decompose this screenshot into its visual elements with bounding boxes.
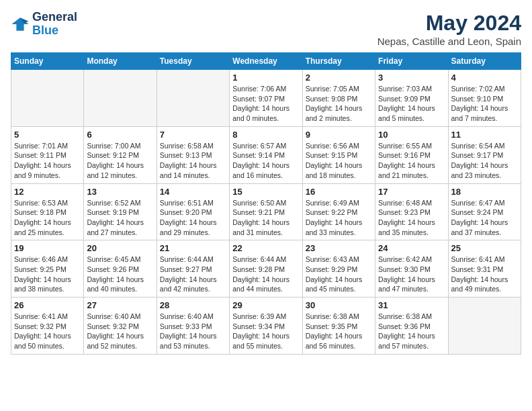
day-number: 1 <box>232 73 299 83</box>
header-sunday: Sunday <box>11 53 84 70</box>
calendar-cell: 13Sunrise: 6:52 AMSunset: 9:19 PMDayligh… <box>84 183 157 240</box>
day-info: Sunrise: 6:57 AMSunset: 9:14 PMDaylight:… <box>232 141 299 181</box>
calendar-cell: 20Sunrise: 6:45 AMSunset: 9:26 PMDayligh… <box>84 240 157 298</box>
day-info: Sunrise: 6:44 AMSunset: 9:28 PMDaylight:… <box>232 255 299 294</box>
calendar-cell: 8Sunrise: 6:57 AMSunset: 9:14 PMDaylight… <box>230 126 302 183</box>
calendar-cell: 19Sunrise: 6:46 AMSunset: 9:25 PMDayligh… <box>11 240 84 298</box>
day-info: Sunrise: 6:40 AMSunset: 9:32 PMDaylight:… <box>87 312 153 351</box>
day-info: Sunrise: 7:01 AMSunset: 9:11 PMDaylight:… <box>14 141 81 181</box>
calendar-cell: 27Sunrise: 6:40 AMSunset: 9:32 PMDayligh… <box>84 298 157 355</box>
day-info: Sunrise: 6:52 AMSunset: 9:19 PMDaylight:… <box>87 198 153 238</box>
day-number: 8 <box>232 130 299 140</box>
calendar-week-1: 1Sunrise: 7:06 AMSunset: 9:07 PMDaylight… <box>11 70 521 127</box>
logo-icon <box>11 15 30 34</box>
day-info: Sunrise: 6:38 AMSunset: 9:36 PMDaylight:… <box>378 312 445 351</box>
day-number: 12 <box>14 187 81 197</box>
day-number: 20 <box>87 243 153 253</box>
day-number: 18 <box>451 187 518 197</box>
day-number: 17 <box>378 187 445 197</box>
day-number: 28 <box>160 300 226 310</box>
day-info: Sunrise: 6:45 AMSunset: 9:26 PMDaylight:… <box>87 255 153 294</box>
day-number: 4 <box>451 73 518 83</box>
calendar-cell: 15Sunrise: 6:50 AMSunset: 9:21 PMDayligh… <box>230 183 302 240</box>
header-friday: Friday <box>375 53 448 70</box>
day-number: 25 <box>451 243 518 253</box>
title-block: May 2024 Nepas, Castille and Leon, Spain <box>378 11 521 47</box>
day-info: Sunrise: 6:49 AMSunset: 9:22 PMDaylight:… <box>306 198 372 238</box>
day-number: 21 <box>160 243 226 253</box>
logo: General Blue <box>11 11 77 38</box>
calendar-week-5: 26Sunrise: 6:41 AMSunset: 9:32 PMDayligh… <box>11 298 521 355</box>
day-info: Sunrise: 7:06 AMSunset: 9:07 PMDaylight:… <box>232 84 299 124</box>
day-number: 22 <box>232 243 299 253</box>
day-info: Sunrise: 6:56 AMSunset: 9:15 PMDaylight:… <box>306 141 372 181</box>
day-info: Sunrise: 6:50 AMSunset: 9:21 PMDaylight:… <box>232 198 299 238</box>
header-saturday: Saturday <box>448 53 521 70</box>
day-number: 13 <box>87 187 153 197</box>
calendar-cell: 6Sunrise: 7:00 AMSunset: 9:12 PMDaylight… <box>84 126 157 183</box>
day-info: Sunrise: 7:03 AMSunset: 9:09 PMDaylight:… <box>378 84 445 124</box>
calendar-cell: 21Sunrise: 6:44 AMSunset: 9:27 PMDayligh… <box>157 240 229 298</box>
day-number: 26 <box>14 300 81 310</box>
calendar-subtitle: Nepas, Castille and Leon, Spain <box>378 36 521 47</box>
day-info: Sunrise: 6:54 AMSunset: 9:17 PMDaylight:… <box>451 141 518 181</box>
calendar-cell: 24Sunrise: 6:42 AMSunset: 9:30 PMDayligh… <box>375 240 448 298</box>
day-info: Sunrise: 6:40 AMSunset: 9:33 PMDaylight:… <box>160 312 226 351</box>
logo-text: General Blue <box>32 11 77 38</box>
day-number: 6 <box>87 130 153 140</box>
calendar-cell: 29Sunrise: 6:39 AMSunset: 9:34 PMDayligh… <box>230 298 302 355</box>
day-number: 5 <box>14 130 81 140</box>
header-monday: Monday <box>84 53 157 70</box>
calendar-cell <box>11 70 84 127</box>
calendar-cell: 2Sunrise: 7:05 AMSunset: 9:08 PMDaylight… <box>302 70 375 127</box>
day-info: Sunrise: 6:38 AMSunset: 9:35 PMDaylight:… <box>306 312 372 351</box>
calendar-body: 1Sunrise: 7:06 AMSunset: 9:07 PMDaylight… <box>11 70 521 355</box>
calendar-week-2: 5Sunrise: 7:01 AMSunset: 9:11 PMDaylight… <box>11 126 521 183</box>
day-number: 15 <box>232 187 299 197</box>
day-info: Sunrise: 6:48 AMSunset: 9:23 PMDaylight:… <box>378 198 445 238</box>
calendar-cell: 3Sunrise: 7:03 AMSunset: 9:09 PMDaylight… <box>375 70 448 127</box>
day-number: 24 <box>378 243 445 253</box>
day-info: Sunrise: 6:43 AMSunset: 9:29 PMDaylight:… <box>306 255 372 294</box>
day-info: Sunrise: 6:41 AMSunset: 9:32 PMDaylight:… <box>14 312 81 351</box>
day-number: 29 <box>232 300 299 310</box>
calendar-cell: 11Sunrise: 6:54 AMSunset: 9:17 PMDayligh… <box>448 126 521 183</box>
day-number: 14 <box>160 187 226 197</box>
day-info: Sunrise: 6:42 AMSunset: 9:30 PMDaylight:… <box>378 255 445 294</box>
calendar-cell: 10Sunrise: 6:55 AMSunset: 9:16 PMDayligh… <box>375 126 448 183</box>
calendar-cell: 26Sunrise: 6:41 AMSunset: 9:32 PMDayligh… <box>11 298 84 355</box>
calendar-cell: 17Sunrise: 6:48 AMSunset: 9:23 PMDayligh… <box>375 183 448 240</box>
calendar-cell: 25Sunrise: 6:41 AMSunset: 9:31 PMDayligh… <box>448 240 521 298</box>
calendar-cell: 1Sunrise: 7:06 AMSunset: 9:07 PMDaylight… <box>230 70 302 127</box>
calendar-cell: 22Sunrise: 6:44 AMSunset: 9:28 PMDayligh… <box>230 240 302 298</box>
day-number: 2 <box>306 73 372 83</box>
calendar-cell <box>84 70 157 127</box>
day-info: Sunrise: 6:44 AMSunset: 9:27 PMDaylight:… <box>160 255 226 294</box>
calendar-cell: 9Sunrise: 6:56 AMSunset: 9:15 PMDaylight… <box>302 126 375 183</box>
header-thursday: Thursday <box>302 53 375 70</box>
day-info: Sunrise: 7:00 AMSunset: 9:12 PMDaylight:… <box>87 141 153 181</box>
day-number: 31 <box>378 300 445 310</box>
calendar-cell: 7Sunrise: 6:58 AMSunset: 9:13 PMDaylight… <box>157 126 229 183</box>
header-tuesday: Tuesday <box>157 53 229 70</box>
calendar-cell: 12Sunrise: 6:53 AMSunset: 9:18 PMDayligh… <box>11 183 84 240</box>
calendar-cell: 18Sunrise: 6:47 AMSunset: 9:24 PMDayligh… <box>448 183 521 240</box>
calendar-cell: 31Sunrise: 6:38 AMSunset: 9:36 PMDayligh… <box>375 298 448 355</box>
calendar-cell: 30Sunrise: 6:38 AMSunset: 9:35 PMDayligh… <box>302 298 375 355</box>
calendar-cell <box>157 70 229 127</box>
day-number: 27 <box>87 300 153 310</box>
calendar-cell: 14Sunrise: 6:51 AMSunset: 9:20 PMDayligh… <box>157 183 229 240</box>
day-number: 3 <box>378 73 445 83</box>
day-info: Sunrise: 6:47 AMSunset: 9:24 PMDaylight:… <box>451 198 518 238</box>
svg-marker-0 <box>11 17 28 31</box>
day-info: Sunrise: 6:41 AMSunset: 9:31 PMDaylight:… <box>451 255 518 294</box>
day-info: Sunrise: 6:46 AMSunset: 9:25 PMDaylight:… <box>14 255 81 294</box>
calendar-week-4: 19Sunrise: 6:46 AMSunset: 9:25 PMDayligh… <box>11 240 521 298</box>
day-info: Sunrise: 6:39 AMSunset: 9:34 PMDaylight:… <box>232 312 299 351</box>
day-number: 7 <box>160 130 226 140</box>
day-number: 19 <box>14 243 81 253</box>
calendar-cell: 4Sunrise: 7:02 AMSunset: 9:10 PMDaylight… <box>448 70 521 127</box>
day-info: Sunrise: 7:02 AMSunset: 9:10 PMDaylight:… <box>451 84 518 124</box>
day-number: 11 <box>451 130 518 140</box>
day-info: Sunrise: 6:55 AMSunset: 9:16 PMDaylight:… <box>378 141 445 181</box>
